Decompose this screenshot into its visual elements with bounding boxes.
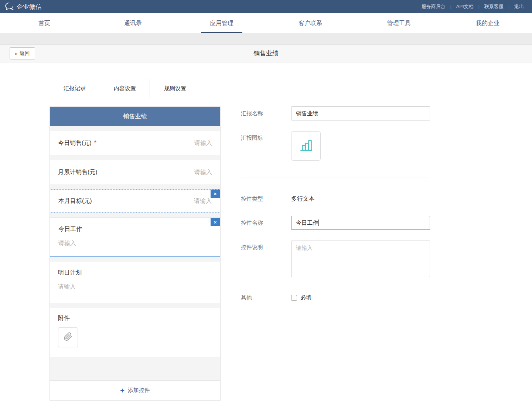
plus-icon: +: [120, 387, 125, 394]
nav-item-app-management[interactable]: 应用管理: [177, 13, 266, 33]
brand[interactable]: 企业微信: [4, 2, 42, 11]
report-icon-label: 汇报图标: [241, 131, 291, 161]
report-icon-button[interactable]: [291, 131, 321, 161]
report-name-input[interactable]: [291, 106, 430, 120]
field-label: 本月目标(元): [58, 197, 92, 205]
report-name-label: 汇报名称: [241, 110, 291, 117]
field-label: 附件: [58, 314, 212, 322]
topbar-separator: |: [450, 4, 451, 9]
active-nav-underline: [201, 32, 242, 33]
topbar-links: 服务商后台 | API文档 | 联系客服 | 退出: [422, 3, 524, 10]
field-placeholder: 请输入: [58, 239, 212, 247]
preview-field-month-target[interactable]: 本月目标(元) 请输入 ×: [50, 189, 220, 213]
topbar-separator: |: [478, 4, 480, 9]
other-label: 其他: [241, 294, 291, 301]
back-chevron-icon: «: [15, 51, 18, 57]
add-control-button[interactable]: + 添加控件: [50, 380, 220, 400]
attachment-upload-button[interactable]: [58, 327, 78, 347]
control-name-label: 控件名称: [241, 219, 291, 227]
field-placeholder: 请输入: [194, 197, 212, 205]
topbar: 企业微信 服务商后台 | API文档 | 联系客服 | 退出: [0, 0, 532, 13]
form-preview-panel: 销售业绩 今日销售(元) * 请输入 月累计销售(元) 请输入 本月目标(元) …: [50, 106, 221, 401]
link-api-docs[interactable]: API文档: [456, 3, 474, 10]
back-button[interactable]: « 返回: [10, 47, 35, 59]
text-caret: [318, 219, 319, 226]
section-divider: [241, 177, 430, 177]
control-name-input[interactable]: 今日工作: [291, 216, 430, 230]
link-logout[interactable]: 退出: [514, 3, 524, 10]
nav-item-customer-contact[interactable]: 客户联系: [266, 13, 355, 33]
field-placeholder: 请输入: [194, 169, 212, 176]
field-label: 今日工作: [58, 225, 212, 233]
nav-item-management-tools[interactable]: 管理工具: [355, 13, 443, 33]
brand-name: 企业微信: [17, 3, 42, 11]
field-label: 月累计销售(元): [58, 169, 98, 176]
nav-item-home[interactable]: 首页: [0, 13, 89, 33]
field-placeholder: 请输入: [194, 139, 212, 147]
control-desc-label: 控件说明: [241, 241, 291, 277]
required-checkbox-label: 必填: [300, 294, 311, 301]
field-placeholder: 请输入: [58, 283, 212, 291]
delete-field-icon[interactable]: ×: [211, 190, 220, 198]
nav-item-contacts[interactable]: 通讯录: [89, 13, 177, 33]
link-service-provider[interactable]: 服务商后台: [422, 3, 446, 10]
page-title: 销售业绩: [253, 49, 279, 58]
tab-content-settings[interactable]: 内容设置: [100, 79, 150, 98]
settings-panel: 汇报名称 汇报图标 控: [241, 106, 430, 301]
page-header: « 返回 销售业绩: [0, 44, 532, 62]
nav-item-my-company[interactable]: 我的企业: [443, 13, 532, 33]
preview-field-today-sales[interactable]: 今日销售(元) * 请输入: [50, 131, 220, 155]
control-type-value: 多行文本: [291, 195, 315, 203]
control-type-label: 控件类型: [241, 195, 291, 202]
required-asterisk: *: [94, 140, 96, 146]
tab-bar: 汇报记录 内容设置 规则设置: [50, 79, 481, 98]
field-label: 今日销售(元): [58, 139, 92, 147]
required-checkbox[interactable]: [291, 295, 297, 301]
required-option[interactable]: 必填: [291, 294, 311, 301]
preview-title: 销售业绩: [50, 107, 220, 126]
page-gap: [0, 33, 532, 44]
tab-rule-settings[interactable]: 规则设置: [150, 79, 200, 98]
tab-report-records[interactable]: 汇报记录: [50, 79, 100, 98]
preview-field-tomorrow-plan[interactable]: 明日计划 请输入: [50, 262, 220, 303]
paperclip-icon: [64, 332, 72, 343]
preview-field-month-sales[interactable]: 月累计销售(元) 请输入: [50, 160, 220, 184]
field-label: 明日计划: [58, 269, 212, 277]
content-area: 汇报记录 内容设置 规则设置 销售业绩 今日销售(元) * 请输入 月累计销售(…: [0, 62, 532, 405]
main-nav: 首页 通讯录 应用管理 客户联系 管理工具 我的企业: [0, 13, 532, 33]
bar-chart-icon: [298, 137, 314, 154]
control-desc-textarea[interactable]: [291, 241, 430, 277]
preview-field-attachment[interactable]: 附件: [50, 308, 220, 357]
preview-field-today-work[interactable]: 今日工作 请输入 ×: [50, 218, 220, 257]
link-contact-support[interactable]: 联系客服: [484, 3, 504, 10]
topbar-separator: |: [508, 4, 509, 9]
delete-field-icon[interactable]: ×: [211, 218, 220, 226]
wechat-work-logo-icon: [4, 2, 14, 11]
